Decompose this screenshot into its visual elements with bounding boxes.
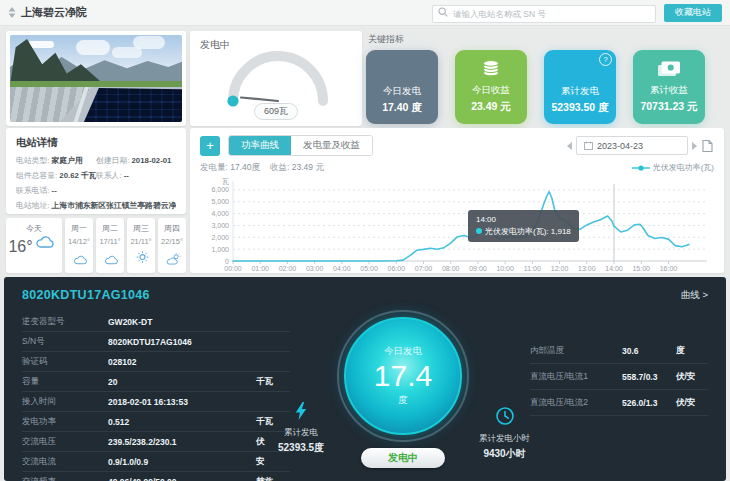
key-indicators-section: 关键指标 今日发电 17.40 度 今日收益 23.49 元 累计发电 5239… (366, 31, 724, 126)
svg-text:14:00: 14:00 (605, 265, 623, 272)
detail-field: 电站地址: 上海市浦东新区张江镇兰亭路碧云净院 (16, 200, 176, 211)
weather-day-4: 周三 21/11° (127, 218, 155, 273)
weather-forecast: 今天 16°周一 14/12°周二 17/11°周三 21/11°周四 22/1… (6, 218, 186, 273)
chart-legend: 光伏发电功率(瓦) (632, 162, 714, 173)
table-row: 接入时间 2018-02-01 16:13:53 (22, 392, 290, 412)
weather-day-2: 周一 14/12° (65, 218, 93, 273)
kpi-label: 累计发电 (561, 85, 599, 98)
table-row: 发电功率 0.512 千瓦 (22, 412, 290, 432)
svg-text:03:00: 03:00 (306, 265, 324, 272)
power-curve-chart[interactable]: 01,0002,0003,0004,0005,0006,000瓦00:0001:… (200, 176, 714, 277)
top-bar: 上海碧云净院 收藏电站 (0, 0, 730, 26)
detail-field: 创建日期: 2018-02-01 (96, 155, 176, 166)
help-icon[interactable]: ? (599, 53, 612, 66)
station-details-card: 电站详情 电站类型: 家庭户用创建日期: 2018-02-01组件总容量: 20… (6, 128, 186, 214)
table-row: S/N号 8020KDTU17AG1046 (22, 332, 290, 352)
circle-value: 17.4 (374, 359, 432, 393)
date-picker[interactable]: 2023-04-23 (576, 136, 688, 155)
table-row: 交流频率 49.96/49.99/50.00 赫兹 (22, 472, 290, 481)
detail-field: 组件总容量: 20.62 千瓦 (16, 170, 96, 181)
selected-date: 2023-04-23 (597, 141, 643, 151)
power-chart-card: + 功率曲线发电量及收益 2023-04-23 发电量: 17.40度 收益: … (190, 128, 724, 273)
daily-generation-ring: 今日发电 17.4 度 (337, 310, 469, 442)
next-day-arrow[interactable] (692, 142, 697, 150)
circle-unit: 度 (398, 394, 408, 407)
gauge-value: 609瓦 (254, 103, 298, 120)
kpi-card-3: 累计发电 52393.50 度? (544, 50, 616, 124)
svg-text:00:00: 00:00 (224, 265, 242, 272)
kpi-tiles: 今日发电 17.40 度 今日收益 23.49 元 累计发电 52393.50 … (366, 50, 724, 124)
svg-text:09:00: 09:00 (469, 265, 487, 272)
search-icon (438, 7, 448, 17)
detail-field: 联系电话: -- (16, 185, 176, 196)
inverter-center-display: 今日发电 17.4 度 发电中 累计发电 52393.5度 累计发电小时 943… (290, 310, 516, 481)
sort-icon[interactable] (8, 4, 16, 22)
generating-status-button[interactable]: 发电中 (361, 448, 445, 468)
station-photo-card (6, 31, 186, 126)
kpi-value: 17.40 度 (382, 101, 422, 115)
cloud-icon (73, 251, 88, 269)
cloud-icon (35, 234, 55, 252)
svg-text:10:00: 10:00 (496, 265, 514, 272)
kpi-card-1: 今日发电 17.40 度 (366, 50, 438, 124)
power-gauge (190, 49, 362, 109)
table-row: 交流电压 239.5/238.2/230.1 伏 (22, 432, 290, 452)
weather-day-1: 今天 16° (6, 218, 62, 273)
svg-text:1,000: 1,000 (211, 246, 229, 253)
svg-text:3,000: 3,000 (211, 222, 229, 229)
station-details-fields: 电站类型: 家庭户用创建日期: 2018-02-01组件总容量: 20.62 千… (16, 155, 176, 215)
kpi-card-4: 累计收益 70731.23 元 (633, 50, 705, 124)
svg-text:05:00: 05:00 (360, 265, 378, 272)
kpi-value: 70731.23 元 (640, 100, 697, 114)
table-row: 逆变器型号 GW20K-DT (22, 312, 290, 332)
daily-generation-summary: 发电量: 17.40度 (200, 162, 260, 174)
weather-day-3: 周二 17/11° (96, 218, 124, 273)
svg-text:01:00: 01:00 (251, 265, 269, 272)
table-row: 交流电流 0.9/1.0/0.9 安 (22, 452, 290, 472)
add-button[interactable]: + (200, 136, 220, 156)
export-icon[interactable] (701, 139, 714, 153)
svg-text:5,000: 5,000 (211, 198, 229, 205)
curve-link[interactable]: 曲线 > (681, 289, 708, 302)
favorite-station-button[interactable]: 收藏电站 (664, 4, 722, 22)
svg-text:12:00: 12:00 (551, 265, 569, 272)
table-row: 直流电压/电流1 558.7/0.3 伏/安 (530, 364, 708, 390)
kpi-value: 52393.50 度 (551, 101, 608, 115)
table-row: 直流电压/电流2 526.0/1.3 伏/安 (530, 390, 708, 416)
power-gauge-card: 发电中 609瓦 (190, 31, 362, 126)
tab-power-curve[interactable]: 功率曲线 (229, 136, 291, 155)
svg-text:16:00: 16:00 (660, 265, 678, 272)
station-details-title: 电站详情 (16, 136, 176, 150)
svg-text:13:00: 13:00 (578, 265, 596, 272)
daily-generation-circle: 今日发电 17.4 度 (344, 317, 462, 435)
search-input[interactable] (432, 5, 656, 23)
calendar-icon (584, 141, 593, 150)
inverter-serial-title: 8020KDTU17AG1046 (22, 288, 150, 302)
svg-text:瓦: 瓦 (222, 178, 229, 186)
station-title: 上海碧云净院 (21, 5, 87, 20)
prev-day-arrow[interactable] (567, 142, 572, 150)
chart-tabs: 功率曲线发电量及收益 (228, 135, 373, 156)
svg-text:6,000: 6,000 (211, 186, 229, 193)
svg-text:15:00: 15:00 (632, 265, 650, 272)
table-row: 容量 20 千瓦 (22, 372, 290, 392)
date-navigator: 2023-04-23 (567, 136, 714, 155)
inverter-panel: 8020KDTU17AG1046 曲线 > 逆变器型号 GW20K-DT S/N… (4, 277, 726, 481)
detail-field: 电站类型: 家庭户用 (16, 155, 96, 166)
partly-cloudy-icon (166, 251, 181, 269)
bolt-icon (295, 402, 307, 424)
kpi-label: 今日收益 (472, 84, 510, 97)
svg-text:06:00: 06:00 (388, 265, 406, 272)
inverter-right-table: 内部温度 30.6 度直流电压/电流1 558.7/0.3 伏/安直流电压/电流… (530, 338, 708, 481)
daily-income-summary: 收益: 23.49 元 (270, 162, 324, 174)
svg-text:2,000: 2,000 (211, 234, 229, 241)
circle-top-label: 今日发电 (384, 345, 422, 358)
tab-generation-income[interactable]: 发电量及收益 (291, 136, 372, 155)
bolt-icon (396, 59, 409, 82)
svg-text:4,000: 4,000 (211, 210, 229, 217)
svg-text:04:00: 04:00 (333, 265, 351, 272)
kpi-value: 23.49 元 (471, 100, 511, 114)
clock-icon (495, 406, 515, 430)
table-row: 内部温度 30.6 度 (530, 338, 708, 364)
cash-icon (657, 61, 681, 81)
